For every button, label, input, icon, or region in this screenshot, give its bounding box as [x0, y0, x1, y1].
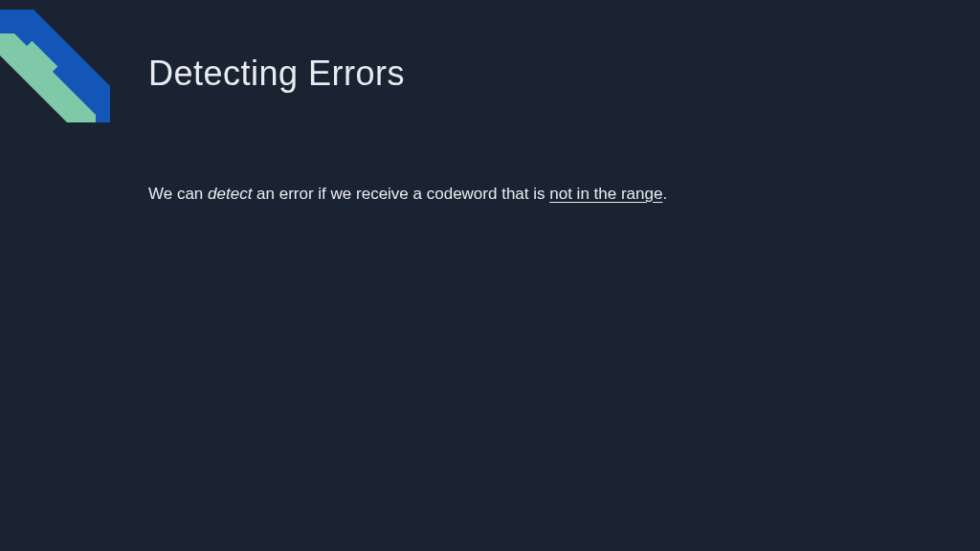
body-detect-word: detect: [208, 185, 252, 203]
body-prefix: We can: [148, 185, 208, 203]
slide-title: Detecting Errors: [148, 54, 405, 94]
body-middle: an error if we receive a codeword that i…: [252, 185, 549, 203]
body-underlined-phrase: not in the range: [549, 185, 662, 203]
slide-body-text: We can detect an error if we receive a c…: [148, 182, 667, 207]
body-suffix: .: [662, 185, 667, 203]
corner-decoration-icon: [0, 0, 124, 124]
